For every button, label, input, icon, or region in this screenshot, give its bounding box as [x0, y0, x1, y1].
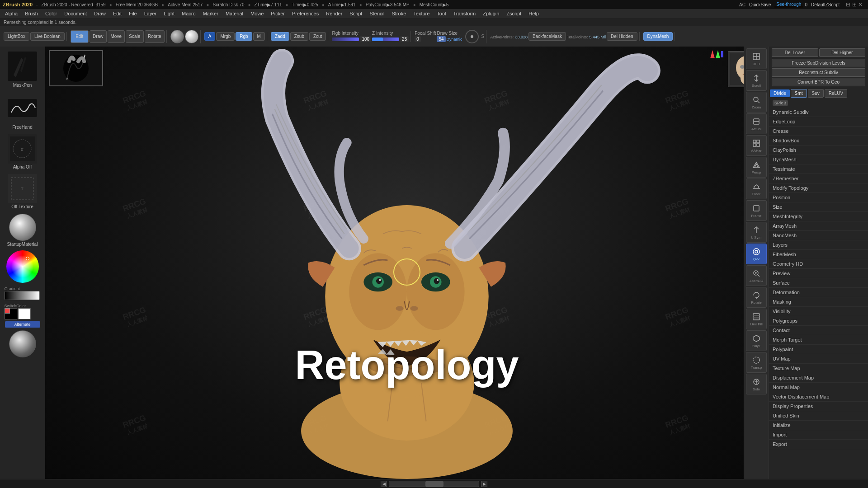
menu-help[interactable]: Help — [525, 10, 542, 17]
rp-layers[interactable]: Layers — [769, 240, 868, 250]
suv-button[interactable]: Suv — [808, 89, 824, 98]
rp-texture-map[interactable]: Texture Map — [769, 364, 868, 373]
rp-zremesher[interactable]: ZRemesher — [769, 174, 868, 183]
menu-stroke[interactable]: Stroke — [388, 10, 409, 17]
menu-tool[interactable]: Tool — [434, 10, 449, 17]
rp-preview[interactable]: Preview — [769, 269, 868, 278]
menu-material[interactable]: Material — [222, 10, 246, 17]
live-boolean-button[interactable]: Live Boolean — [30, 32, 65, 41]
rp-import[interactable]: Import — [769, 430, 868, 440]
lsym-button[interactable]: L Sym — [746, 222, 767, 243]
rp-edgeloop[interactable]: EdgeLoop — [769, 117, 868, 127]
rp-morph-target[interactable]: Morph Target — [769, 335, 868, 345]
dynamic-label[interactable]: Dynamic — [447, 37, 462, 42]
rp-shadowbox[interactable]: ShadowBox — [769, 136, 868, 145]
rp-uv-map[interactable]: UV Map — [769, 354, 868, 364]
del-hidden-button[interactable]: Del Hidden — [607, 32, 637, 41]
menu-file[interactable]: File — [126, 10, 140, 17]
floor-button[interactable]: Floor — [746, 178, 767, 199]
rp-initialize[interactable]: Initialize — [769, 421, 868, 430]
del-higher-button[interactable]: Del Higher — [819, 48, 866, 57]
menu-transform[interactable]: Transform — [450, 10, 479, 17]
rp-modify-topology[interactable]: Modify Topology — [769, 183, 868, 193]
rp-display-properties[interactable]: Display Properties — [769, 402, 868, 411]
persp-button[interactable]: Persp — [746, 157, 767, 178]
menu-picker[interactable]: Picker — [268, 10, 288, 17]
frame-button[interactable]: Frame — [746, 200, 767, 221]
zadd-button[interactable]: Zadd — [271, 32, 289, 41]
rp-nano-mesh[interactable]: NanoMesh — [769, 231, 868, 240]
zcut-button[interactable]: Zcut — [309, 32, 326, 41]
rp-fiber-mesh[interactable]: FiberMesh — [769, 250, 868, 259]
qvv-button[interactable]: Qvv — [746, 244, 767, 264]
rp-claypolish[interactable]: ClayPolish — [769, 145, 868, 155]
edit-button[interactable]: Edit — [71, 30, 89, 43]
menu-brush[interactable]: Brush — [22, 10, 41, 17]
rotate-button[interactable]: Rotate — [145, 30, 165, 43]
rp-polypaint[interactable]: Polypaint — [769, 345, 868, 354]
backface-mask-button[interactable]: BackfaceMask — [528, 32, 566, 41]
symmetry-dial[interactable] — [465, 30, 479, 43]
menu-movie[interactable]: Movie — [247, 10, 267, 17]
right-panel-scroll[interactable]: Dynamic Subdiv EdgeLoop Crease ShadowBox… — [769, 108, 868, 479]
menu-render[interactable]: Render — [323, 10, 345, 17]
bpr-button[interactable]: BPR — [746, 48, 767, 69]
rp-normal-map[interactable]: Normal Map — [769, 383, 868, 392]
default-zscript[interactable]: DefaultZScript — [809, 2, 841, 7]
color-wheel[interactable] — [6, 250, 39, 283]
secondary-color-box[interactable] — [18, 308, 31, 319]
menu-preferences[interactable]: Preferences — [289, 10, 322, 17]
menu-edit[interactable]: Edit — [110, 10, 125, 17]
texture-item[interactable]: T Off Texture — [2, 172, 43, 211]
rp-export[interactable]: Export — [769, 440, 868, 449]
divide-button[interactable]: Divide — [770, 89, 790, 97]
menu-script[interactable]: Script — [346, 10, 365, 17]
rp-polygroups[interactable]: Polygroups — [769, 316, 868, 326]
scroll-left-button[interactable]: ◀ — [381, 481, 387, 487]
menu-light[interactable]: Light — [160, 10, 178, 17]
rp-crease[interactable]: Crease — [769, 127, 868, 136]
menu-document[interactable]: Document — [61, 10, 90, 17]
menu-stencil[interactable]: Stencil — [366, 10, 387, 17]
rp-unified-skin[interactable]: Unified Skin — [769, 411, 868, 421]
zoom-button[interactable]: Zoom — [746, 92, 767, 113]
scroll-right-button[interactable]: ▶ — [481, 481, 487, 487]
aahar-button[interactable]: AAHar — [746, 135, 767, 156]
mrgb-button[interactable]: Mrgb — [216, 32, 235, 41]
menu-color[interactable]: Color — [42, 10, 60, 17]
horizontal-scrollbar[interactable] — [389, 481, 479, 487]
freeze-subdiv-button[interactable]: Freeze SubDivision Levels — [772, 59, 865, 67]
m-button[interactable]: M — [253, 32, 265, 41]
quicksave-btn[interactable]: QuickSave — [747, 2, 773, 7]
rp-surface[interactable]: Surface — [769, 278, 868, 288]
alpha-item[interactable]: α Alpha Off — [2, 132, 43, 171]
rp-array-mesh[interactable]: ArrayMesh — [769, 221, 868, 231]
rp-visibility[interactable]: Visibility — [769, 307, 868, 316]
dynmesh-button[interactable]: DynaMesh — [643, 32, 673, 41]
zoom3d-button[interactable]: Zoom3D — [746, 265, 767, 286]
smt-button[interactable]: Smt — [791, 89, 807, 98]
color-picker-area[interactable] — [3, 249, 42, 284]
maskpen-brush-item[interactable]: MaskPen — [2, 48, 43, 89]
menu-zplugin[interactable]: Zplugin — [480, 10, 502, 17]
material-preview-area[interactable] — [9, 330, 36, 357]
menu-alpha[interactable]: Alpha — [2, 10, 21, 17]
main-canvas[interactable]: RRCG人人素材 RRCG人人素材 RRCG人人素材 RRCG人人素材 RRCG… — [45, 47, 769, 479]
solo-button[interactable]: Solo — [746, 374, 767, 394]
rgb-intensity-slider[interactable] — [332, 38, 359, 41]
menu-texture[interactable]: Texture — [410, 10, 433, 17]
zsub-button[interactable]: Zsub — [290, 32, 308, 41]
z-intensity-slider[interactable] — [372, 38, 399, 41]
rp-contact[interactable]: Contact — [769, 326, 868, 335]
rp-position[interactable]: Position — [769, 193, 868, 202]
rgb-button[interactable]: Rgb — [236, 32, 252, 41]
transp-button[interactable]: Transp — [746, 352, 767, 373]
reconstruct-subdiv-button[interactable]: Reconstruct Subdiv — [772, 68, 865, 77]
line-fill-button[interactable]: Line Fill — [746, 309, 767, 329]
scale-button[interactable]: Scale — [126, 30, 144, 43]
gradient-bar[interactable] — [5, 291, 40, 300]
canvas-thumbnail[interactable] — [49, 50, 103, 86]
alternate-button[interactable]: Alternate — [5, 321, 40, 328]
startup-material-item[interactable]: StartupMaterial — [2, 212, 43, 249]
menu-layer[interactable]: Layer — [141, 10, 160, 17]
